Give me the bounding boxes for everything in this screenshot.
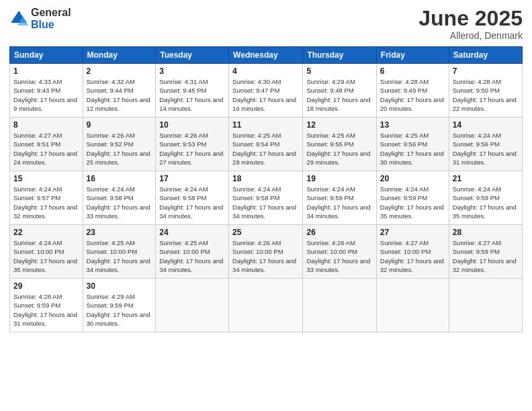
day-number: 9 <box>87 120 152 130</box>
day-info: Sunrise: 4:26 AMSunset: 10:00 PMDaylight… <box>232 239 296 273</box>
col-tuesday: Tuesday <box>156 47 229 64</box>
day-info: Sunrise: 4:28 AMSunset: 9:50 PMDaylight:… <box>453 78 517 112</box>
day-info: Sunrise: 4:27 AMSunset: 9:51 PMDaylight:… <box>13 132 77 166</box>
day-cell <box>449 279 522 332</box>
day-cell: 16 Sunrise: 4:24 AMSunset: 9:58 PMDaylig… <box>83 171 156 225</box>
location: Allerod, Denmark <box>418 30 523 41</box>
day-cell: 29 Sunrise: 4:28 AMSunset: 9:59 PMDaylig… <box>10 279 83 332</box>
day-cell: 15 Sunrise: 4:24 AMSunset: 9:57 PMDaylig… <box>10 171 83 225</box>
week-row-2: 8 Sunrise: 4:27 AMSunset: 9:51 PMDayligh… <box>10 118 523 171</box>
day-info: Sunrise: 4:28 AMSunset: 9:59 PMDaylight:… <box>13 293 77 327</box>
day-info: Sunrise: 4:26 AMSunset: 10:00 PMDaylight… <box>306 239 370 273</box>
day-cell: 20 Sunrise: 4:24 AMSunset: 9:59 PMDaylig… <box>376 171 449 225</box>
day-cell: 28 Sunrise: 4:27 AMSunset: 9:59 PMDaylig… <box>449 225 522 279</box>
day-cell: 3 Sunrise: 4:31 AMSunset: 9:45 PMDayligh… <box>156 64 229 118</box>
day-cell: 18 Sunrise: 4:24 AMSunset: 9:58 PMDaylig… <box>229 171 303 225</box>
day-number: 3 <box>159 66 225 76</box>
day-number: 6 <box>380 66 445 76</box>
day-cell: 12 Sunrise: 4:25 AMSunset: 9:55 PMDaylig… <box>303 118 376 171</box>
day-info: Sunrise: 4:27 AMSunset: 9:59 PMDaylight:… <box>453 239 517 273</box>
week-row-5: 29 Sunrise: 4:28 AMSunset: 9:59 PMDaylig… <box>10 279 523 332</box>
day-cell: 6 Sunrise: 4:28 AMSunset: 9:49 PMDayligh… <box>376 64 449 118</box>
day-number: 28 <box>453 228 519 237</box>
day-info: Sunrise: 4:31 AMSunset: 9:45 PMDaylight:… <box>159 78 223 112</box>
day-number: 22 <box>13 228 79 237</box>
day-cell <box>229 279 303 332</box>
day-number: 10 <box>159 120 225 130</box>
day-number: 11 <box>232 120 299 130</box>
day-info: Sunrise: 4:26 AMSunset: 9:53 PMDaylight:… <box>159 132 223 166</box>
day-number: 23 <box>87 228 152 237</box>
day-cell: 5 Sunrise: 4:29 AMSunset: 9:48 PMDayligh… <box>303 64 376 118</box>
day-cell: 22 Sunrise: 4:24 AMSunset: 10:00 PMDayli… <box>10 225 83 279</box>
day-info: Sunrise: 4:33 AMSunset: 9:43 PMDaylight:… <box>13 78 77 112</box>
day-number: 18 <box>232 174 299 183</box>
day-number: 24 <box>159 228 225 237</box>
day-info: Sunrise: 4:24 AMSunset: 9:57 PMDaylight:… <box>13 185 77 220</box>
day-info: Sunrise: 4:25 AMSunset: 9:55 PMDaylight:… <box>306 132 370 166</box>
day-number: 26 <box>306 228 372 237</box>
day-cell: 17 Sunrise: 4:24 AMSunset: 9:58 PMDaylig… <box>156 171 229 225</box>
day-cell: 13 Sunrise: 4:25 AMSunset: 9:56 PMDaylig… <box>376 118 449 171</box>
week-row-4: 22 Sunrise: 4:24 AMSunset: 10:00 PMDayli… <box>10 225 523 279</box>
day-info: Sunrise: 4:24 AMSunset: 9:58 PMDaylight:… <box>159 185 223 220</box>
day-number: 12 <box>306 120 372 130</box>
header: General Blue June 2025 Allerod, Denmark <box>9 7 523 41</box>
week-row-3: 15 Sunrise: 4:24 AMSunset: 9:57 PMDaylig… <box>10 171 523 225</box>
day-number: 15 <box>13 174 79 183</box>
day-number: 14 <box>453 120 519 130</box>
day-cell: 21 Sunrise: 4:24 AMSunset: 9:59 PMDaylig… <box>449 171 522 225</box>
day-info: Sunrise: 4:25 AMSunset: 9:54 PMDaylight:… <box>232 132 296 166</box>
day-cell <box>156 279 229 332</box>
day-info: Sunrise: 4:24 AMSunset: 9:59 PMDaylight:… <box>380 185 444 220</box>
day-cell: 2 Sunrise: 4:32 AMSunset: 9:44 PMDayligh… <box>83 64 156 118</box>
day-cell: 11 Sunrise: 4:25 AMSunset: 9:54 PMDaylig… <box>229 118 303 171</box>
logo-blue: Blue <box>31 19 71 31</box>
day-cell: 24 Sunrise: 4:25 AMSunset: 10:00 PMDayli… <box>156 225 229 279</box>
day-cell: 1 Sunrise: 4:33 AMSunset: 9:43 PMDayligh… <box>10 64 83 118</box>
day-cell: 8 Sunrise: 4:27 AMSunset: 9:51 PMDayligh… <box>10 118 83 171</box>
day-number: 29 <box>13 281 79 291</box>
day-info: Sunrise: 4:30 AMSunset: 9:47 PMDaylight:… <box>232 78 296 112</box>
col-saturday: Saturday <box>449 47 522 64</box>
day-cell: 19 Sunrise: 4:24 AMSunset: 9:59 PMDaylig… <box>303 171 376 225</box>
day-number: 20 <box>380 174 445 183</box>
day-cell: 4 Sunrise: 4:30 AMSunset: 9:47 PMDayligh… <box>229 64 303 118</box>
day-cell <box>303 279 376 332</box>
day-cell: 27 Sunrise: 4:27 AMSunset: 10:00 PMDayli… <box>376 225 449 279</box>
day-number: 4 <box>232 66 299 76</box>
day-cell: 30 Sunrise: 4:29 AMSunset: 9:59 PMDaylig… <box>83 279 156 332</box>
day-info: Sunrise: 4:24 AMSunset: 9:56 PMDaylight:… <box>453 132 517 166</box>
day-number: 21 <box>453 174 519 183</box>
logo-text: General Blue <box>31 7 71 30</box>
day-number: 16 <box>87 174 152 183</box>
day-info: Sunrise: 4:24 AMSunset: 10:00 PMDaylight… <box>13 239 77 273</box>
day-number: 2 <box>87 66 152 76</box>
day-number: 5 <box>306 66 372 76</box>
day-info: Sunrise: 4:24 AMSunset: 9:58 PMDaylight:… <box>232 185 296 220</box>
day-info: Sunrise: 4:25 AMSunset: 10:00 PMDaylight… <box>87 239 150 273</box>
page: General Blue June 2025 Allerod, Denmark … <box>0 0 532 411</box>
day-number: 27 <box>380 228 445 237</box>
day-info: Sunrise: 4:25 AMSunset: 9:56 PMDaylight:… <box>380 132 444 166</box>
month-title: June 2025 <box>418 7 523 30</box>
col-friday: Friday <box>376 47 449 64</box>
col-monday: Monday <box>83 47 156 64</box>
day-number: 30 <box>87 281 152 291</box>
day-info: Sunrise: 4:24 AMSunset: 9:58 PMDaylight:… <box>87 185 150 220</box>
calendar-table: Sunday Monday Tuesday Wednesday Thursday… <box>9 46 523 332</box>
day-cell: 26 Sunrise: 4:26 AMSunset: 10:00 PMDayli… <box>303 225 376 279</box>
day-number: 25 <box>232 228 299 237</box>
day-number: 13 <box>380 120 445 130</box>
day-info: Sunrise: 4:32 AMSunset: 9:44 PMDaylight:… <box>87 78 150 112</box>
col-thursday: Thursday <box>303 47 376 64</box>
day-info: Sunrise: 4:29 AMSunset: 9:48 PMDaylight:… <box>306 78 370 112</box>
day-cell <box>376 279 449 332</box>
day-number: 19 <box>306 174 372 183</box>
day-info: Sunrise: 4:28 AMSunset: 9:49 PMDaylight:… <box>380 78 444 112</box>
day-number: 7 <box>453 66 519 76</box>
col-wednesday: Wednesday <box>229 47 303 64</box>
col-sunday: Sunday <box>10 47 83 64</box>
day-cell: 25 Sunrise: 4:26 AMSunset: 10:00 PMDayli… <box>229 225 303 279</box>
day-info: Sunrise: 4:29 AMSunset: 9:59 PMDaylight:… <box>87 293 150 327</box>
